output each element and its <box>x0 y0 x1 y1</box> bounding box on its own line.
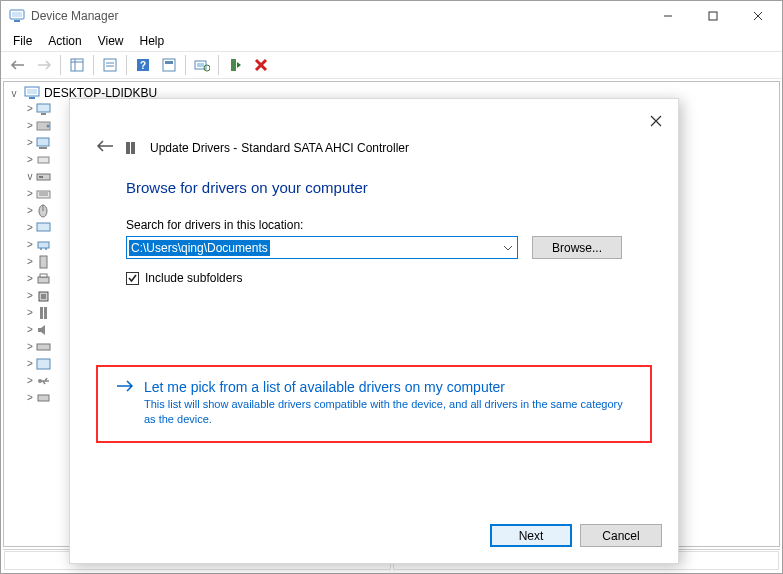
titlebar: Device Manager <box>1 1 782 31</box>
toolbar-separator <box>93 55 94 75</box>
expand-icon[interactable]: > <box>24 375 36 386</box>
search-label: Search for drivers in this location: <box>70 196 678 236</box>
toolbar-separator <box>185 55 186 75</box>
window-title: Device Manager <box>31 9 645 23</box>
svg-rect-48 <box>41 294 46 299</box>
svg-rect-45 <box>38 277 49 283</box>
browse-button[interactable]: Browse... <box>532 236 622 259</box>
back-arrow-icon[interactable] <box>96 139 114 157</box>
svg-rect-40 <box>37 223 50 231</box>
include-subfolders-label: Include subfolders <box>145 271 242 285</box>
svg-rect-2 <box>14 20 20 22</box>
svg-point-29 <box>47 124 50 127</box>
expand-icon[interactable]: > <box>24 256 36 267</box>
mouse-icon <box>36 204 52 218</box>
scan-hardware-button[interactable] <box>190 53 214 77</box>
next-button[interactable]: Next <box>490 524 572 547</box>
back-button[interactable] <box>6 53 30 77</box>
action-button[interactable] <box>157 53 181 77</box>
svg-point-19 <box>204 65 210 71</box>
help-button[interactable]: ? <box>131 53 155 77</box>
expand-icon[interactable]: > <box>24 341 36 352</box>
svg-rect-46 <box>40 274 47 277</box>
svg-rect-50 <box>44 307 47 319</box>
computer-icon <box>24 86 40 100</box>
expand-icon[interactable]: > <box>24 273 36 284</box>
sound-icon <box>36 323 52 337</box>
path-value[interactable]: C:\Users\qing\Documents <box>127 237 499 258</box>
include-subfolders-row: Include subfolders <box>70 259 678 285</box>
svg-text:?: ? <box>140 60 146 71</box>
include-subfolders-checkbox[interactable] <box>126 272 139 285</box>
expand-icon[interactable]: > <box>24 222 36 233</box>
storage-controller-icon <box>36 340 52 354</box>
expand-icon[interactable]: > <box>24 324 36 335</box>
path-combobox[interactable]: C:\Users\qing\Documents <box>126 236 518 259</box>
svg-rect-1 <box>12 12 22 17</box>
svg-rect-32 <box>38 157 49 163</box>
expand-icon[interactable]: > <box>24 205 36 216</box>
combo-dropdown-icon[interactable] <box>499 237 517 258</box>
expand-icon[interactable]: > <box>24 392 36 403</box>
svg-rect-44 <box>40 256 47 268</box>
menu-view[interactable]: View <box>90 32 132 50</box>
dialog-close-button[interactable] <box>646 111 666 131</box>
svg-rect-25 <box>29 97 35 99</box>
expand-icon[interactable]: v <box>8 88 20 99</box>
menu-action[interactable]: Action <box>40 32 89 50</box>
path-row: C:\Users\qing\Documents Browse... <box>70 236 678 259</box>
expand-icon[interactable]: > <box>24 103 36 114</box>
pick-driver-title: Let me pick from a list of available dri… <box>144 379 505 395</box>
svg-rect-10 <box>104 59 116 71</box>
maximize-button[interactable] <box>690 2 735 30</box>
menu-help[interactable]: Help <box>132 32 173 50</box>
svg-rect-30 <box>37 138 49 146</box>
forward-button[interactable] <box>32 53 56 77</box>
expand-icon[interactable]: > <box>24 154 36 165</box>
svg-point-42 <box>40 248 42 250</box>
expand-icon[interactable]: > <box>24 239 36 250</box>
expand-icon[interactable]: > <box>24 290 36 301</box>
system-device-icon <box>36 357 52 371</box>
usb-connector-icon <box>36 391 52 405</box>
menubar: File Action View Help <box>1 31 782 51</box>
expand-icon[interactable]: > <box>24 120 36 131</box>
display-adapter-icon <box>36 136 52 150</box>
expand-icon[interactable]: > <box>24 188 36 199</box>
dialog-footer: Next Cancel <box>490 524 662 547</box>
svg-rect-20 <box>231 59 236 71</box>
expand-icon[interactable]: > <box>24 358 36 369</box>
dialog-title-prefix: Update Drivers - <box>150 141 237 155</box>
toolbar-separator <box>126 55 127 75</box>
svg-rect-41 <box>38 242 49 248</box>
device-icon <box>124 140 140 156</box>
svg-rect-18 <box>197 63 204 67</box>
expand-icon[interactable]: v <box>24 171 36 182</box>
show-hide-tree-button[interactable] <box>65 53 89 77</box>
monitor-icon <box>36 102 52 116</box>
minimize-button[interactable] <box>645 2 690 30</box>
uninstall-device-button[interactable] <box>249 53 273 77</box>
svg-rect-15 <box>163 59 175 71</box>
toolbar: ? <box>1 51 782 79</box>
toolbar-separator <box>60 55 61 75</box>
cancel-button[interactable]: Cancel <box>580 524 662 547</box>
svg-rect-51 <box>37 344 50 350</box>
expand-icon[interactable]: > <box>24 137 36 148</box>
menu-file[interactable]: File <box>5 32 40 50</box>
svg-rect-61 <box>131 142 135 154</box>
expand-icon[interactable]: > <box>24 307 36 318</box>
pick-driver-description: This list will show available drivers co… <box>144 397 632 427</box>
enable-device-button[interactable] <box>223 53 247 77</box>
close-button[interactable] <box>735 2 780 30</box>
update-drivers-dialog: Update Drivers - Standard SATA AHCI Cont… <box>69 98 679 564</box>
svg-rect-60 <box>126 142 130 154</box>
svg-rect-52 <box>37 359 50 369</box>
dialog-title-device: Standard SATA AHCI Controller <box>241 141 409 155</box>
monitor-icon <box>36 221 52 235</box>
pick-driver-option[interactable]: Let me pick from a list of available dri… <box>96 365 652 443</box>
properties-button[interactable] <box>98 53 122 77</box>
portable-device-icon <box>36 255 52 269</box>
disk-icon <box>36 119 52 133</box>
usb-icon <box>36 374 52 388</box>
